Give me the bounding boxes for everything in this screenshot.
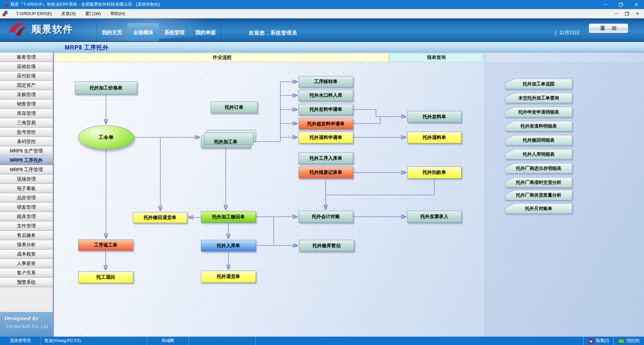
flow-node-label: 托外订单 <box>225 105 244 111</box>
flow-node-over-issue-request[interactable]: 托外超发料申请单 <box>299 118 353 130</box>
flow-node-label: 托外扣款单 <box>423 169 446 176</box>
sidebar-item-客户关系[interactable]: 客户关系 <box>0 268 53 278</box>
menu-item-1[interactable]: 皮肤(S) <box>57 9 80 18</box>
flow-node-warehouse-in[interactable]: 托外入库单 <box>201 240 256 252</box>
flow-node-return-note[interactable]: 托外退料单 <box>407 132 462 143</box>
flow-node-label: 托外会计对账 <box>312 214 340 220</box>
sidebar-item-账务管理[interactable]: 账务管理 <box>0 53 53 62</box>
sidebar-item-MRPⅡ 生产管理[interactable]: MRPⅡ 生产管理 <box>0 146 53 156</box>
sidebar-item-售后服务[interactable]: 售后服务 <box>0 231 53 240</box>
report-button-label: 托外加工单追踪 <box>505 79 572 89</box>
report-button-托外发退料明细表[interactable]: 托外发退料明细表 <box>505 121 572 131</box>
flow-node-process-order[interactable]: 托外加工单 <box>201 136 251 148</box>
date-separator: | <box>555 30 556 36</box>
flow-node-goods-return[interactable]: 托外退货单 <box>201 271 256 283</box>
flow-node-transfer-note[interactable]: 工序移转单 <box>299 76 353 87</box>
tab-全部模块[interactable]: 全部模块 <box>127 23 159 42</box>
flow-node-issue-note[interactable]: 托外发料单 <box>407 111 462 123</box>
brand-name: 顺景软件 <box>32 23 73 36</box>
flow-node-provisional[interactable]: 托外缴库暂估 <box>299 240 354 252</box>
date-display: | 11月21日 <box>555 29 580 36</box>
sidebar-item-预警系统[interactable]: 预警系统 <box>0 278 53 287</box>
report-button-label: 托外入库明细表 <box>505 149 572 159</box>
restore-icon[interactable] <box>613 0 629 9</box>
flow-node-rework[interactable]: 工序返工单 <box>78 239 133 251</box>
mdi-restore-icon[interactable] <box>625 12 629 16</box>
menu-item-3[interactable]: 帮助(H) <box>106 9 130 18</box>
tab-系统管理[interactable]: 系统管理 <box>159 23 190 42</box>
welcome-text: 欢迎您，系统管理员 <box>249 30 297 36</box>
sidebar-item-文件管理[interactable]: 文件管理 <box>0 221 53 231</box>
report-button-托外厂商进出存明细表[interactable]: 托外厂商进出存明细表 <box>505 163 572 174</box>
menu-item-2[interactable]: 窗口(W) <box>80 9 106 18</box>
sidebar-item-报表分析[interactable]: 报表分析 <box>0 240 53 250</box>
sidebar-item-采购管理[interactable]: 采购管理 <box>0 90 53 99</box>
messages-status[interactable]: 消息[9] <box>613 337 644 345</box>
close-icon[interactable]: ✕ <box>629 0 644 9</box>
flow-node-return-request[interactable]: 托外退料申请单 <box>299 132 353 143</box>
report-button-托外厂商准时交货分析[interactable]: 托外厂商准时交货分析 <box>505 177 572 188</box>
alerts-status[interactable]: 预警[2] <box>583 337 613 345</box>
report-button-托外月对账单[interactable]: 托外月对账单 <box>505 203 572 214</box>
module-subheader: MRPⅡ 工序托外 <box>0 42 644 53</box>
sidebar-item-电子看板[interactable]: 电子看板 <box>0 184 53 193</box>
status-bar: 系统管理员复杂(Young-PC:FZ)局域网 预警[2] 消息[9] <box>0 337 644 345</box>
flow-node-process-in[interactable]: 托外工序入库单 <box>299 152 353 164</box>
sidebar-item-三角贸易[interactable]: 三角贸易 <box>0 118 53 128</box>
sidebar-item-条码管控[interactable]: 条码管控 <box>0 137 53 146</box>
report-button-托外厂商供货质量分析[interactable]: 托外厂商供货质量分析 <box>505 190 572 200</box>
tab-我的主页[interactable]: 我的主页 <box>96 23 127 42</box>
menu-bar: T-GROUP ERP(E)皮肤(S)窗口(W)帮助(H) ✕ <box>0 9 644 18</box>
report-button-托外缴回明细表[interactable]: 托外缴回明细表 <box>505 135 572 145</box>
sidebar-item-品质管理[interactable]: 品质管理 <box>0 193 53 203</box>
flow-node-label: 托外超发料申请单 <box>307 121 345 127</box>
connector-deduction-note-to-accounting <box>326 179 434 195</box>
mdi-window-controls: ✕ <box>614 11 644 16</box>
sidebar-item-现场管理[interactable]: 现场管理 <box>0 175 53 184</box>
sidebar-item-固定资产[interactable]: 固定资产 <box>0 81 53 90</box>
flow-node-submit-return[interactable]: 托外缴回退货单 <box>133 212 187 223</box>
flow-node-deduction-note[interactable]: 托外扣款单 <box>407 166 462 179</box>
sidebar-item-应收款项[interactable]: 应收款项 <box>0 62 53 71</box>
report-button-托外申发申退明细表[interactable]: 托外申发申退明细表 <box>505 107 572 117</box>
report-button-label: 托外厂商进出存明细表 <box>505 163 572 173</box>
sidebar-item-研发管理[interactable]: 研发管理 <box>0 203 53 212</box>
sidebar-item-应付款项[interactable]: 应付款项 <box>0 71 53 81</box>
sidebar-item-人事薪资[interactable]: 人事薪资 <box>0 259 53 268</box>
flow-node-scrap-record[interactable]: 托外报废记录单 <box>299 166 353 179</box>
sidebar-item-MRPⅡ 工序管理[interactable]: MRPⅡ 工序管理 <box>0 165 53 175</box>
report-button-托外加工单追踪[interactable]: 托外加工单追踪 <box>505 79 572 89</box>
mdi-minimize-icon[interactable] <box>614 13 618 14</box>
sidebar-item-成本核算[interactable]: 成本核算 <box>0 250 53 259</box>
flow-node-label: 托外缴回退货单 <box>144 215 176 221</box>
sidebar-item-销售管理[interactable]: 销售管理 <box>0 99 53 109</box>
status-segment-2: 局域网 <box>147 337 189 345</box>
flow-node-price-list[interactable]: 托外加工价格表 <box>75 81 137 94</box>
sidebar-item-批号管控[interactable]: 批号管控 <box>0 128 53 137</box>
exit-button[interactable]: 退 出 <box>589 24 628 33</box>
flow-node-work-return[interactable]: 托工退回 <box>78 271 133 283</box>
tab-我的单据[interactable]: 我的单据 <box>190 23 221 42</box>
sidebar-item-库存管理[interactable]: 库存管理 <box>0 109 53 118</box>
report-button-托外入库明细表[interactable]: 托外入库明细表 <box>505 149 572 159</box>
sidebar-item-MRPⅡ 工序托外[interactable]: MRPⅡ 工序托外 <box>0 156 53 165</box>
flow-node-accounting[interactable]: 托外会计对账 <box>299 211 353 223</box>
status-segment-0: 系统管理员 <box>0 337 41 345</box>
sidebar-item-模具管理[interactable]: 模具管理 <box>0 212 53 221</box>
mdi-close-icon[interactable]: ✕ <box>636 11 639 16</box>
minimize-icon[interactable] <box>598 0 613 9</box>
report-button-未交托外加工单查询[interactable]: 未交托外加工单查询 <box>505 93 572 103</box>
menu-item-0[interactable]: T-GROUP ERP(E) <box>11 9 57 18</box>
flow-node-outsource-order[interactable]: 托外订单 <box>211 101 258 113</box>
flow-node-sprue-in[interactable]: 托外水口料入库 <box>299 90 353 101</box>
main-banner: 顺景软件 我的主页全部模块系统管理我的单据 欢迎您，系统管理员 | 11月21日… <box>0 18 644 42</box>
flow-node-label: 托外入库单 <box>217 243 240 249</box>
flow-node-issue-request[interactable]: 托外发料申请单 <box>299 104 353 115</box>
status-segment-3 <box>189 337 256 345</box>
flow-node-label: 托外加工价格表 <box>90 85 122 91</box>
flow-node-submit-note[interactable]: 托外加工缴回单 <box>201 211 256 223</box>
flow-node-work-order[interactable]: 工令单 <box>78 125 134 149</box>
brand-logo: 顺景软件 <box>3 20 73 39</box>
flow-node-label: 托外水口料入库 <box>310 92 342 98</box>
flow-node-invoice-entry[interactable]: 托外发票录入 <box>407 211 462 223</box>
